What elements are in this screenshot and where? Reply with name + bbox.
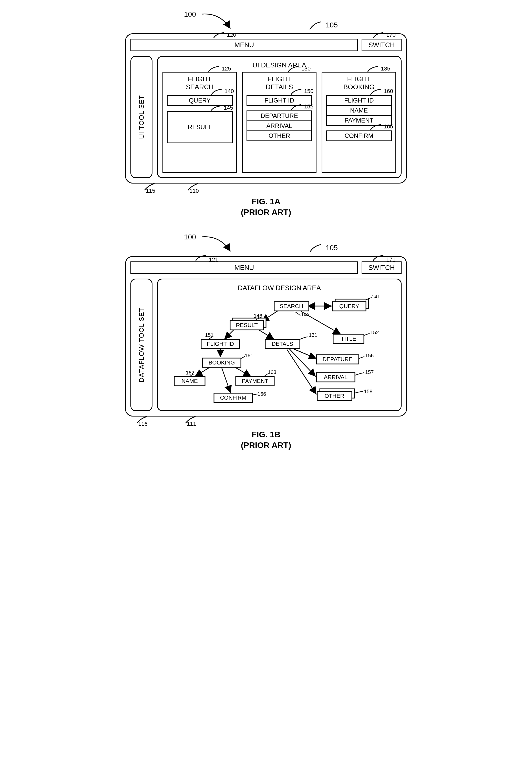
- svg-text:TITLE: TITLE: [341, 335, 356, 342]
- field-result: 145 RESULT: [167, 111, 233, 143]
- sidebar-dataflow-toolset[interactable]: DATAFLOW TOOL SET: [131, 279, 152, 411]
- menu-bar-a[interactable]: MENU: [131, 39, 358, 51]
- svg-text:OTHER: OTHER: [325, 393, 344, 399]
- arrow-100-a: 100 105: [125, 10, 407, 33]
- edge-booking-name: [195, 366, 211, 377]
- field-arrival: ARRIVAL: [247, 121, 312, 131]
- svg-text:CONFIRM: CONFIRM: [220, 394, 247, 401]
- ui-design-area: UI DESIGN AREA 125 FLIGHT SEARCH 140: [157, 56, 401, 178]
- edge-result-details: [258, 329, 274, 339]
- svg-text:156: 156: [365, 353, 374, 358]
- svg-text:162: 162: [186, 370, 194, 376]
- card-flight-details: 130 FLIGHT DETAILS 150 FLIGHT ID: [242, 72, 317, 173]
- svg-text:ARRIVAL: ARRIVAL: [324, 374, 348, 380]
- ref-105-b: 105: [309, 243, 338, 254]
- switch-button-a[interactable]: SWITCH: [362, 39, 401, 51]
- svg-text:161: 161: [245, 353, 253, 358]
- edge-details-arrival: [290, 349, 316, 377]
- field-query[interactable]: QUERY: [167, 95, 233, 106]
- arrow-100-b: 100 105: [125, 233, 407, 256]
- area-title-a: UI DESIGN AREA: [162, 61, 396, 69]
- field-flightid-details: FLIGHT ID: [247, 95, 312, 106]
- ref-100-b: 100: [184, 233, 196, 241]
- svg-text:158: 158: [364, 388, 372, 394]
- svg-text:DETALS: DETALS: [272, 341, 293, 347]
- ref-100-a: 100: [184, 10, 196, 19]
- field-name[interactable]: NAME: [326, 106, 392, 116]
- figure-1a: 100 105 120 MENU: [125, 10, 407, 218]
- card-title-details: FLIGHT DETAILS: [247, 75, 312, 91]
- svg-text:DEPATURE: DEPATURE: [323, 356, 353, 362]
- svg-text:PAYMENT: PAYMENT: [242, 378, 268, 384]
- figure-1b: 100 105 121 MENU 171 SWITCH: [125, 233, 407, 451]
- svg-text:BOOKING: BOOKING: [208, 359, 235, 366]
- svg-text:131: 131: [309, 332, 317, 338]
- sidebar-ui-toolset[interactable]: UI TOOL SET: [131, 56, 152, 178]
- edge-booking-confirm: [222, 368, 231, 393]
- menu-bar-b[interactable]: MENU: [131, 262, 358, 274]
- ref-115: 115: [143, 183, 168, 192]
- svg-text:142: 142: [301, 312, 310, 317]
- caption-1b: FIG. 1B (PRIOR ART): [125, 429, 407, 451]
- card-flight-search: 125 FLIGHT SEARCH 140 QUERY: [162, 72, 237, 173]
- svg-text:163: 163: [268, 369, 276, 375]
- svg-text:SEARCH: SEARCH: [279, 303, 303, 309]
- svg-text:FLIGHT ID: FLIGHT ID: [207, 341, 234, 347]
- svg-text:157: 157: [365, 369, 374, 375]
- card-title-booking: FLIGHT BOOKING: [326, 75, 392, 91]
- panel-1a: 120 MENU 170 SWITCH UI TOOL SET UI DESIG…: [125, 33, 407, 184]
- field-departure: DEPARTURE: [247, 110, 312, 121]
- edge-booking-payment: [233, 366, 251, 377]
- caption-1a: FIG. 1A (PRIOR ART): [125, 196, 407, 218]
- field-flightid-booking[interactable]: FLIGHT ID: [326, 95, 392, 106]
- ref-116: 116: [135, 416, 160, 425]
- svg-text:QUERY: QUERY: [339, 303, 359, 309]
- ref-110: 110: [187, 183, 212, 192]
- sidebar-label-a: UI TOOL SET: [138, 95, 146, 139]
- card-title-search: FLIGHT SEARCH: [167, 75, 233, 91]
- field-confirm[interactable]: CONFIRM: [326, 131, 392, 141]
- ref-105-a: 105: [309, 21, 338, 31]
- svg-text:NAME: NAME: [181, 378, 198, 384]
- svg-text:RESULT: RESULT: [236, 322, 258, 328]
- dataflow-design-area: DATAFLOW DESIGN AREA: [157, 279, 401, 411]
- dataflow-svg: SEARCH 142 QUERY 141 RESULT 146: [162, 295, 396, 405]
- panel-1b: 121 MENU 171 SWITCH DATAFLOW TOOL SET DA…: [125, 256, 407, 417]
- svg-text:152: 152: [370, 329, 379, 335]
- svg-text:141: 141: [372, 295, 380, 299]
- field-payment[interactable]: PAYMENT: [326, 116, 392, 126]
- field-other: OTHER: [247, 131, 312, 141]
- switch-button-b[interactable]: SWITCH: [362, 262, 401, 274]
- area-title-b: DATAFLOW DESIGN AREA: [162, 284, 396, 292]
- ref-111: 111: [184, 416, 209, 425]
- svg-text:146: 146: [254, 313, 262, 319]
- svg-text:166: 166: [258, 391, 266, 397]
- sidebar-label-b: DATAFLOW TOOL SET: [138, 308, 146, 382]
- edge-details-departure: [292, 348, 317, 359]
- card-flight-booking: 135 FLIGHT BOOKING 160 FLIGHT ID NAME PA…: [322, 72, 396, 173]
